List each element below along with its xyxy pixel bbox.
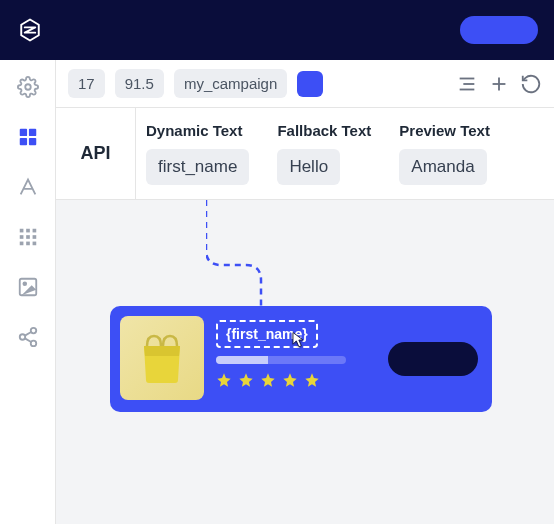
chip-campaign[interactable]: my_campaign: [174, 69, 287, 98]
product-image: [120, 316, 204, 400]
column-header: Dynamic Text: [146, 122, 249, 139]
svg-point-16: [30, 328, 36, 334]
star-icon: [260, 372, 276, 388]
api-column-fallback: Fallback Text Hello: [277, 122, 371, 185]
api-column-preview: Preview Text Amanda: [399, 122, 490, 185]
star-icon: [238, 372, 254, 388]
svg-rect-7: [32, 229, 36, 233]
api-row: API Dynamic Text first_name Fallback Tex…: [56, 108, 554, 200]
svg-rect-2: [28, 129, 35, 136]
image-icon[interactable]: [17, 276, 39, 298]
svg-rect-9: [26, 235, 30, 239]
api-label: API: [56, 108, 136, 199]
svg-point-17: [19, 334, 25, 340]
share-icon[interactable]: [17, 326, 39, 348]
column-value-chip[interactable]: Hello: [277, 149, 340, 185]
sidebar: [0, 60, 56, 524]
svg-rect-1: [19, 129, 26, 136]
svg-point-18: [30, 341, 36, 347]
canvas[interactable]: {first_name}: [56, 200, 554, 524]
cursor-icon: [288, 330, 308, 350]
column-value-chip[interactable]: Amanda: [399, 149, 486, 185]
progress-bar: [216, 356, 346, 364]
top-action-button[interactable]: [460, 16, 538, 44]
plus-icon[interactable]: [488, 73, 510, 95]
svg-rect-11: [19, 242, 23, 246]
app-logo: [16, 16, 44, 44]
svg-point-15: [23, 282, 26, 285]
chip-number[interactable]: 17: [68, 69, 105, 98]
preview-card[interactable]: {first_name}: [110, 306, 492, 412]
align-icon[interactable]: [456, 73, 478, 95]
star-icon: [216, 372, 232, 388]
star-icon: [282, 372, 298, 388]
dynamic-field-slot[interactable]: {first_name}: [216, 320, 318, 348]
svg-rect-13: [32, 242, 36, 246]
column-header: Preview Text: [399, 122, 490, 139]
card-action-button[interactable]: [388, 342, 478, 376]
svg-line-20: [24, 332, 30, 336]
gear-icon[interactable]: [17, 76, 39, 98]
column-header: Fallback Text: [277, 122, 371, 139]
svg-point-0: [25, 84, 31, 90]
star-icon: [304, 372, 320, 388]
svg-rect-4: [28, 138, 35, 145]
svg-rect-12: [26, 242, 30, 246]
grid-icon[interactable]: [17, 226, 39, 248]
column-value-chip[interactable]: first_name: [146, 149, 249, 185]
svg-rect-8: [19, 235, 23, 239]
api-column-dynamic: Dynamic Text first_name: [146, 122, 249, 185]
toolbar: 17 91.5 my_campaign: [56, 60, 554, 108]
top-bar: [0, 0, 554, 60]
text-icon[interactable]: [17, 176, 39, 198]
svg-line-19: [24, 338, 30, 342]
svg-rect-3: [19, 138, 26, 145]
svg-rect-10: [32, 235, 36, 239]
chip-number[interactable]: 91.5: [115, 69, 164, 98]
color-swatch[interactable]: [297, 71, 323, 97]
star-rating: [216, 372, 376, 388]
svg-rect-5: [19, 229, 23, 233]
refresh-icon[interactable]: [520, 73, 542, 95]
dashboard-icon[interactable]: [17, 126, 39, 148]
svg-rect-6: [26, 229, 30, 233]
